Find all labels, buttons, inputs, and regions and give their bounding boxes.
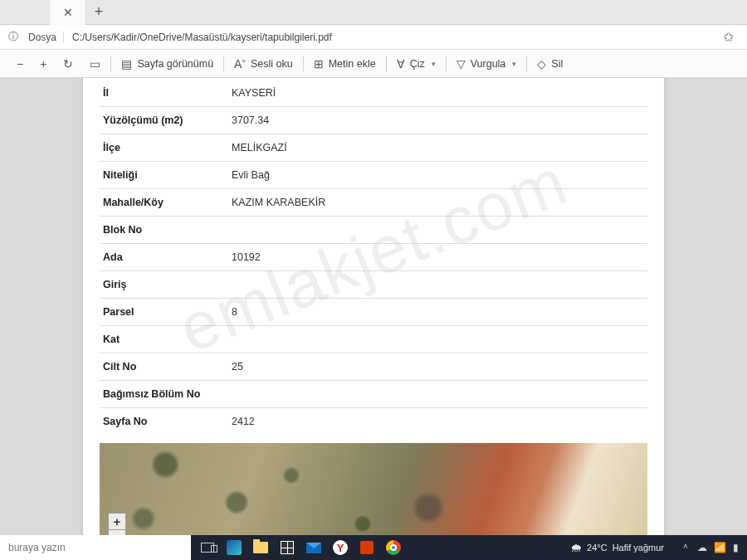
table-row: İlçeMELİKGAZİ: [100, 134, 647, 162]
taskbar-search[interactable]: buraya yazın: [0, 535, 191, 560]
favorite-icon[interactable]: ✩: [715, 29, 742, 45]
info-icon[interactable]: ⓘ: [8, 30, 18, 44]
field-value: 3707.34: [228, 107, 647, 134]
onedrive-icon[interactable]: ☁: [697, 542, 707, 553]
table-row: Giriş: [100, 271, 647, 299]
deed-info-table: İlKAYSERİYüzölçümü (m2)3707.34İlçeMELİKG…: [100, 80, 647, 435]
rotate-button[interactable]: ↻: [55, 50, 81, 77]
task-view-icon[interactable]: [194, 535, 221, 560]
field-label: Ada: [100, 244, 228, 271]
ms-store-icon[interactable]: [274, 535, 300, 560]
field-value: 25: [228, 353, 647, 381]
new-tab-button[interactable]: +: [86, 0, 111, 25]
map-zoom-controls: + −: [108, 513, 126, 535]
field-label: Blok No: [100, 217, 228, 244]
field-label: Cilt No: [100, 353, 228, 381]
battery-icon[interactable]: ▮: [733, 542, 739, 553]
windows-taskbar: buraya yazın Y 🌧 24°C Hafif yağmur ＾ ☁ 📶…: [0, 535, 747, 560]
pdf-toolbar: − + ↻ ▭ ▤Sayfa görünümü A»Sesli oku ⊞Met…: [0, 50, 747, 78]
chevron-down-icon[interactable]: ▾: [512, 60, 516, 68]
office-icon[interactable]: [354, 535, 380, 560]
pdf-viewport[interactable]: emlakjet.com İlKAYSERİYüzölçümü (m2)3707…: [0, 78, 747, 535]
draw-icon: ∀: [397, 57, 405, 71]
field-value: MELİKGAZİ: [228, 134, 647, 162]
field-label: Kat: [100, 326, 228, 353]
field-label: Niteliği: [100, 162, 228, 189]
field-label: Mahalle/Köy: [100, 189, 228, 217]
erase-button[interactable]: ◇Sil: [529, 50, 571, 77]
table-row: Sayfa No2412: [100, 408, 647, 436]
fit-button[interactable]: ▭: [81, 50, 109, 77]
field-value: 10192: [228, 244, 647, 271]
highlight-icon: ▽: [456, 57, 466, 71]
taskbar-apps: Y: [194, 535, 407, 560]
weather-icon: 🌧: [570, 541, 582, 554]
weather-text: Hafif yağmur: [613, 543, 664, 553]
field-value: [228, 326, 647, 353]
table-row: Ada10192: [100, 244, 647, 271]
field-label: İl: [100, 80, 228, 107]
add-text-button[interactable]: ⊞Metin ekle: [305, 50, 384, 77]
field-label: İlçe: [100, 134, 228, 162]
field-label: Yüzölçümü (m2): [100, 107, 228, 134]
field-value: [228, 271, 647, 299]
page-view-button[interactable]: ▤Sayfa görünümü: [113, 50, 222, 77]
table-row: Blok No: [100, 217, 647, 244]
map-zoom-in[interactable]: +: [108, 513, 126, 529]
zoom-in-button[interactable]: +: [32, 50, 55, 77]
table-row: Bağımsız Bölüm No: [100, 381, 647, 408]
table-row: Mahalle/KöyKAZIM KARABEKİR: [100, 189, 647, 217]
field-value: 2412: [228, 408, 647, 436]
zoom-out-button[interactable]: −: [8, 50, 32, 77]
highlight-button[interactable]: ▽Vurgula▾: [448, 50, 525, 77]
field-value: 8: [228, 299, 647, 326]
yandex-icon[interactable]: Y: [327, 535, 354, 560]
read-aloud-button[interactable]: A»Sesli oku: [226, 50, 301, 77]
edge-icon[interactable]: [221, 535, 247, 560]
draw-button[interactable]: ∀Çiz▾: [388, 50, 444, 77]
chevron-down-icon[interactable]: ▾: [432, 60, 436, 68]
browser-tab[interactable]: ✕: [50, 0, 86, 25]
address-bar: ⓘ Dosya C:/Users/Kadir/OneDrive/Masaüstü…: [0, 25, 747, 50]
field-label: Giriş: [100, 271, 228, 299]
table-row: Parsel8: [100, 299, 647, 326]
page-view-icon: ▤: [121, 57, 132, 71]
tray-chevron-icon[interactable]: ＾: [681, 541, 691, 555]
table-row: İlKAYSERİ: [100, 80, 647, 107]
file-explorer-icon[interactable]: [247, 535, 274, 560]
map-zoom-out[interactable]: −: [108, 529, 126, 535]
table-row: Kat: [100, 326, 647, 353]
browser-tabstrip: ✕ +: [0, 0, 747, 25]
close-icon[interactable]: ✕: [63, 6, 73, 19]
network-icon[interactable]: 📶: [714, 542, 726, 553]
system-tray: ＾ ☁ 📶 ▮: [672, 541, 747, 555]
table-row: NiteliğiEvli Bağ: [100, 162, 647, 189]
field-value: [228, 217, 647, 244]
read-aloud-icon: A»: [234, 57, 246, 71]
table-row: Cilt No25: [100, 353, 647, 381]
field-label: Sayfa No: [100, 408, 228, 436]
field-value: KAYSERİ: [228, 80, 647, 107]
taskbar-weather[interactable]: 🌧 24°C Hafif yağmur: [562, 541, 672, 554]
field-label: Parsel: [100, 299, 228, 326]
satellite-map[interactable]: + −: [100, 443, 647, 535]
pdf-page: emlakjet.com İlKAYSERİYüzölçümü (m2)3707…: [83, 78, 664, 535]
field-label: Bağımsız Bölüm No: [100, 381, 228, 408]
chrome-icon[interactable]: [380, 535, 407, 560]
table-row: Yüzölçümü (m2)3707.34: [100, 107, 647, 134]
mail-icon[interactable]: [300, 535, 327, 560]
field-value: [228, 381, 647, 408]
url-path[interactable]: C:/Users/Kadir/OneDrive/Masaüstü/kayseri…: [64, 32, 715, 43]
add-text-icon: ⊞: [314, 57, 324, 71]
weather-temp: 24°C: [587, 543, 608, 553]
erase-icon: ◇: [537, 57, 546, 71]
file-label: Dosya: [22, 32, 64, 43]
field-value: KAZIM KARABEKİR: [228, 189, 647, 217]
field-value: Evli Bağ: [228, 162, 647, 189]
